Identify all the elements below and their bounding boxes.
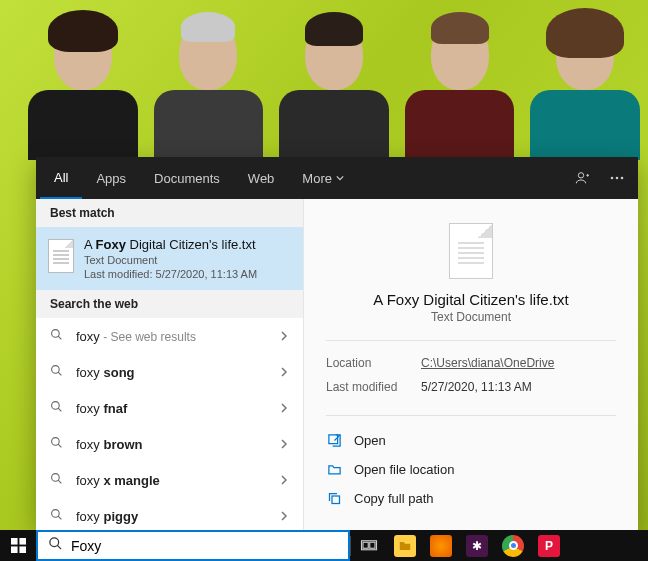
action-open[interactable]: Open — [326, 426, 616, 455]
chevron-right-icon — [279, 365, 289, 380]
taskbar-pinned-apps: ✱ P — [351, 530, 567, 561]
best-match-title: A Foxy Digital Citizen's life.txt — [84, 237, 257, 252]
svg-point-3 — [621, 177, 624, 180]
chevron-right-icon — [279, 437, 289, 452]
svg-point-2 — [616, 177, 619, 180]
svg-rect-20 — [370, 542, 375, 548]
web-result-text: foxy x mangle — [76, 473, 279, 488]
folder-icon — [326, 462, 342, 477]
taskbar-chrome[interactable] — [495, 530, 531, 561]
svg-rect-14 — [19, 538, 26, 545]
best-match-item[interactable]: A Foxy Digital Citizen's life.txt Text D… — [36, 227, 303, 290]
svg-point-5 — [52, 366, 60, 374]
tab-apps[interactable]: Apps — [82, 157, 140, 199]
web-result-text: foxy brown — [76, 437, 279, 452]
taskbar-slack[interactable]: ✱ — [459, 530, 495, 561]
preview-subtitle: Text Document — [326, 310, 616, 324]
svg-rect-15 — [11, 546, 18, 553]
chevron-right-icon — [279, 401, 289, 416]
copy-icon — [326, 491, 342, 506]
tab-all[interactable]: All — [40, 157, 82, 199]
svg-point-17 — [50, 538, 59, 547]
web-result[interactable]: foxy song — [36, 354, 303, 390]
web-result[interactable]: foxy x mangle — [36, 462, 303, 498]
taskbar-firefox[interactable] — [423, 530, 459, 561]
modified-value: 5/27/2020, 11:13 AM — [421, 380, 532, 394]
action-open-location[interactable]: Open file location — [326, 455, 616, 484]
location-value[interactable]: C:\Users\diana\OneDrive — [421, 356, 554, 370]
web-result-text: foxy piggy — [76, 509, 279, 524]
taskbar-search-box[interactable] — [36, 530, 350, 561]
search-icon — [50, 328, 64, 344]
tab-documents[interactable]: Documents — [140, 157, 234, 199]
svg-point-8 — [52, 474, 60, 482]
divider — [326, 415, 616, 416]
svg-rect-12 — [332, 496, 340, 504]
results-list: Best match A Foxy Digital Citizen's life… — [36, 199, 304, 530]
best-match-subtitle: Text Document — [84, 254, 257, 266]
svg-point-7 — [52, 438, 60, 446]
taskbar-app-p[interactable]: P — [531, 530, 567, 561]
taskbar: ✱ P — [0, 530, 648, 561]
search-input[interactable] — [71, 538, 338, 554]
action-copy-path[interactable]: Copy full path — [326, 484, 616, 513]
chevron-right-icon — [279, 509, 289, 524]
action-open-label: Open — [354, 433, 386, 448]
svg-point-1 — [611, 177, 614, 180]
web-result-text: foxy fnaf — [76, 401, 279, 416]
action-open-location-label: Open file location — [354, 462, 454, 477]
taskbar-taskview[interactable] — [351, 530, 387, 561]
text-document-icon — [48, 239, 74, 273]
search-results-panel: All Apps Documents Web More Best match A… — [36, 157, 638, 530]
options-icon[interactable] — [600, 170, 634, 186]
feedback-icon[interactable] — [566, 170, 600, 186]
search-icon — [50, 400, 64, 416]
web-result[interactable]: foxy brown — [36, 426, 303, 462]
search-icon — [50, 508, 64, 524]
wallpaper-art — [20, 0, 648, 160]
open-icon — [326, 433, 342, 448]
search-icon — [50, 436, 64, 452]
svg-rect-19 — [363, 542, 368, 548]
divider — [326, 340, 616, 341]
chevron-right-icon — [279, 473, 289, 488]
search-web-header: Search the web — [36, 290, 303, 318]
svg-rect-13 — [11, 538, 18, 545]
location-label: Location — [326, 356, 421, 370]
svg-point-4 — [52, 330, 60, 338]
svg-rect-16 — [19, 546, 26, 553]
web-result-text: foxy - See web results — [76, 329, 279, 344]
action-copy-path-label: Copy full path — [354, 491, 434, 506]
svg-point-0 — [578, 173, 583, 178]
search-icon — [50, 472, 64, 488]
web-result[interactable]: foxy - See web results — [36, 318, 303, 354]
best-match-header: Best match — [36, 199, 303, 227]
svg-point-6 — [52, 402, 60, 410]
preview-title: A Foxy Digital Citizen's life.txt — [326, 291, 616, 308]
start-button[interactable] — [0, 530, 36, 561]
taskbar-file-explorer[interactable] — [387, 530, 423, 561]
svg-point-9 — [52, 510, 60, 518]
search-icon — [50, 364, 64, 380]
text-document-icon — [449, 223, 493, 279]
tab-web[interactable]: Web — [234, 157, 289, 199]
preview-pane: A Foxy Digital Citizen's life.txt Text D… — [304, 199, 638, 530]
web-result[interactable]: foxy piggy — [36, 498, 303, 530]
tab-more[interactable]: More — [288, 157, 358, 199]
best-match-meta: Last modified: 5/27/2020, 11:13 AM — [84, 268, 257, 280]
web-result[interactable]: foxy fnaf — [36, 390, 303, 426]
chevron-right-icon — [279, 329, 289, 344]
modified-label: Last modified — [326, 380, 421, 394]
search-tabs: All Apps Documents Web More — [36, 157, 638, 199]
web-result-text: foxy song — [76, 365, 279, 380]
search-icon — [48, 536, 63, 555]
